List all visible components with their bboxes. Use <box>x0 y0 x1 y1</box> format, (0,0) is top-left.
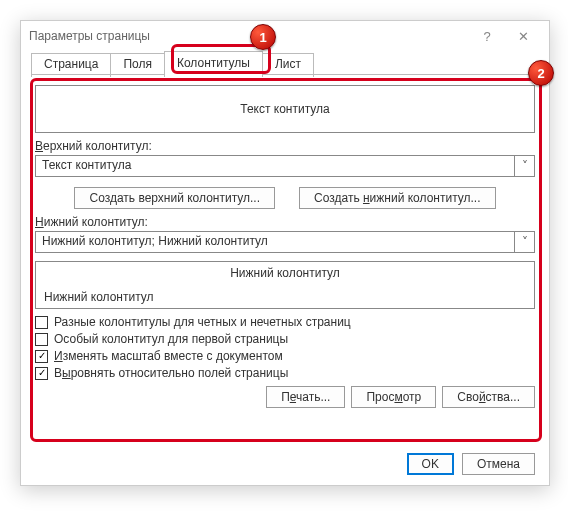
ok-button[interactable]: OK <box>407 453 454 475</box>
preview-button[interactable]: Просмотр <box>351 386 436 408</box>
footer-preview-center: Нижний колонтитул <box>44 266 526 280</box>
footer-preview-left: Нижний колонтитул <box>44 290 526 304</box>
properties-button[interactable]: Свойства... <box>442 386 535 408</box>
footer-combo-value: Нижний колонтитул; Нижний колонтитул <box>36 232 514 252</box>
check-align[interactable]: Выровнять относительно полей страницы <box>35 366 535 380</box>
check-odd-even[interactable]: Разные колонтитулы для четных и нечетных… <box>35 315 535 329</box>
footer-preview: Нижний колонтитул Нижний колонтитул <box>35 261 535 309</box>
create-header-button[interactable]: Создать верхний колонтитул... <box>74 187 275 209</box>
dialog-footer: OK Отмена <box>407 453 535 475</box>
header-label: ВВерхний колонтитул:ерхний колонтитул: <box>35 139 535 153</box>
header-preview-text: Текст контитула <box>240 102 329 116</box>
tab-headers-footers[interactable]: Колонтитулы <box>164 51 263 75</box>
close-icon[interactable]: ✕ <box>505 23 541 49</box>
create-footer-button[interactable]: Создать нижний колонтитул... <box>299 187 495 209</box>
tabstrip: Страница Поля Колонтитулы Лист <box>21 51 549 75</box>
header-preview: Текст контитула <box>35 85 535 133</box>
dialog-title: Параметры страницы <box>29 29 150 43</box>
tab-body: Текст контитула ВВерхний колонтитул:ерхн… <box>21 75 549 416</box>
chevron-down-icon[interactable]: ˅ <box>514 232 534 252</box>
callout-badge-2: 2 <box>528 60 554 86</box>
header-combo-value: Текст контитула <box>36 156 514 176</box>
print-button[interactable]: Печать... <box>266 386 345 408</box>
callout-badge-1: 1 <box>250 24 276 50</box>
chevron-down-icon[interactable]: ˅ <box>514 156 534 176</box>
page-setup-dialog: Параметры страницы ? ✕ Страница Поля Кол… <box>20 20 550 486</box>
footer-label: Нижний колонтитул: <box>35 215 535 229</box>
check-scale[interactable]: Изменять масштаб вместе с документом <box>35 349 535 363</box>
cancel-button[interactable]: Отмена <box>462 453 535 475</box>
header-combo[interactable]: Текст контитула ˅ <box>35 155 535 177</box>
help-icon[interactable]: ? <box>469 23 505 49</box>
check-first-page[interactable]: Особый колонтитул для первой страницы <box>35 332 535 346</box>
footer-combo[interactable]: Нижний колонтитул; Нижний колонтитул ˅ <box>35 231 535 253</box>
titlebar: Параметры страницы ? ✕ <box>21 21 549 51</box>
